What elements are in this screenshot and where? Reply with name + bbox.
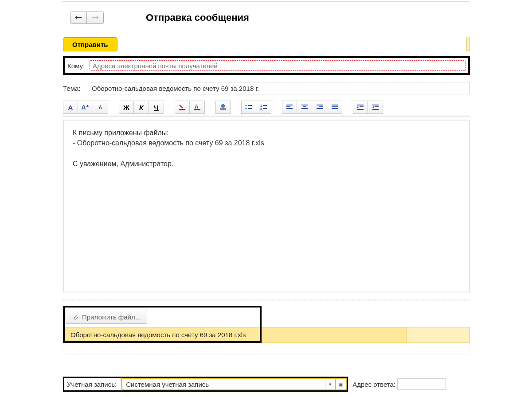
attach-button-label: Приложить файл... <box>82 313 141 321</box>
svg-rect-29 <box>375 106 379 107</box>
svg-rect-24 <box>332 108 338 109</box>
font-color-icon: A <box>194 104 201 111</box>
align-right-icon <box>316 104 323 110</box>
body-line-3: С уважением, Администратор. <box>73 159 460 169</box>
account-dropdown-button[interactable]: ▾ <box>325 378 336 390</box>
svg-rect-22 <box>332 105 338 105</box>
open-icon: ▣ <box>339 381 343 387</box>
svg-point-5 <box>246 105 247 106</box>
svg-rect-15 <box>286 108 293 109</box>
highlight-icon <box>179 104 186 111</box>
account-open-button[interactable]: ▣ <box>336 378 347 390</box>
account-label: Учетная запись: <box>63 377 121 392</box>
highlight-color-button[interactable] <box>175 101 190 114</box>
svg-rect-28 <box>372 105 379 105</box>
insert-link-button[interactable] <box>215 101 231 114</box>
svg-rect-19 <box>317 105 323 105</box>
align-left-icon <box>286 104 293 110</box>
align-center-icon <box>301 104 308 110</box>
svg-rect-14 <box>286 106 290 107</box>
outdent-button[interactable] <box>368 101 383 114</box>
outdent-icon <box>372 104 379 110</box>
svg-rect-10 <box>263 105 267 106</box>
attachment-item[interactable]: Оборотно-сальдовая ведомость по счету 69… <box>63 327 407 343</box>
to-field-highlight: Кому: <box>63 56 470 75</box>
svg-rect-27 <box>357 109 364 110</box>
account-input[interactable]: Системная учетная запись <box>121 378 325 390</box>
subject-label: Тема: <box>63 85 85 92</box>
italic-button[interactable]: К <box>134 101 149 114</box>
svg-rect-13 <box>286 105 293 105</box>
svg-rect-25 <box>357 105 364 105</box>
bullet-list-button[interactable] <box>241 101 256 114</box>
arrow-right-icon: 🡒 <box>92 14 99 22</box>
reply-address-input[interactable] <box>397 378 446 390</box>
svg-rect-17 <box>303 106 306 107</box>
svg-text:1: 1 <box>260 104 262 107</box>
svg-point-3 <box>221 104 225 108</box>
bullet-list-icon <box>245 104 252 110</box>
svg-point-7 <box>246 108 247 109</box>
nav-back-button[interactable]: 🡐 <box>70 12 87 24</box>
page-title: Отправка сообщения <box>146 12 249 23</box>
svg-text:2: 2 <box>260 107 262 110</box>
link-icon <box>219 104 227 111</box>
svg-rect-8 <box>248 108 252 109</box>
font-button-3[interactable]: A <box>93 101 108 114</box>
svg-rect-4 <box>220 108 226 110</box>
font-decrease-icon: A <box>99 105 102 110</box>
nav-forward-button[interactable]: 🡒 <box>87 12 104 24</box>
attachment-list-area <box>407 327 470 343</box>
svg-rect-16 <box>301 105 308 105</box>
svg-rect-21 <box>317 108 323 109</box>
reply-address-label: Адрес ответа: <box>352 381 395 388</box>
account-field-highlight: Системная учетная запись ▾ ▣ <box>121 377 348 392</box>
bold-button[interactable]: Ж <box>119 101 134 114</box>
send-button[interactable]: Отправить <box>63 37 117 51</box>
svg-rect-6 <box>248 105 252 106</box>
align-justify-icon <box>331 104 338 110</box>
body-line-1: К письму приложены файлы: <box>73 128 460 138</box>
svg-rect-20 <box>319 106 323 107</box>
indent-button[interactable] <box>353 101 368 114</box>
svg-rect-30 <box>372 109 379 110</box>
align-left-button[interactable] <box>282 101 297 114</box>
font-a-icon: A <box>68 104 73 111</box>
svg-rect-2 <box>194 109 200 110</box>
align-justify-button[interactable] <box>327 101 342 114</box>
font-increase-icon: A▲ <box>81 104 89 111</box>
to-label: Кому: <box>67 62 90 70</box>
svg-rect-23 <box>332 106 338 107</box>
indent-icon <box>357 104 364 110</box>
numbered-list-icon: 12 <box>260 104 267 110</box>
paperclip-icon <box>72 313 78 320</box>
to-input[interactable] <box>90 60 466 71</box>
align-right-button[interactable] <box>312 101 327 114</box>
editor-toolbar: A A▲ A Ж К Ч A 12 <box>63 100 470 117</box>
bold-icon: Ж <box>123 104 129 111</box>
numbered-list-button[interactable]: 12 <box>256 101 271 114</box>
subject-input[interactable] <box>88 82 470 94</box>
align-center-button[interactable] <box>297 101 312 114</box>
svg-rect-0 <box>179 109 185 110</box>
underline-button[interactable]: Ч <box>149 101 164 114</box>
italic-icon: К <box>139 104 143 111</box>
svg-rect-12 <box>263 108 267 109</box>
svg-text:A: A <box>195 104 199 110</box>
message-body-editor[interactable]: К письму приложены файлы: - Оборотно-сал… <box>63 120 470 292</box>
arrow-left-icon: 🡐 <box>75 14 82 22</box>
underline-icon: Ч <box>154 104 159 111</box>
font-button-2[interactable]: A▲ <box>78 101 93 114</box>
body-line-2: - Оборотно-сальдовая ведомость по счету … <box>73 138 460 148</box>
toolbar-edge <box>466 37 470 51</box>
svg-rect-18 <box>301 108 308 109</box>
caret-down-icon: ▾ <box>329 381 332 387</box>
svg-rect-26 <box>360 106 364 107</box>
attach-file-button[interactable]: Приложить файл... <box>66 310 147 324</box>
font-button-1[interactable]: A <box>63 101 78 114</box>
font-color-button[interactable]: A <box>190 101 205 114</box>
